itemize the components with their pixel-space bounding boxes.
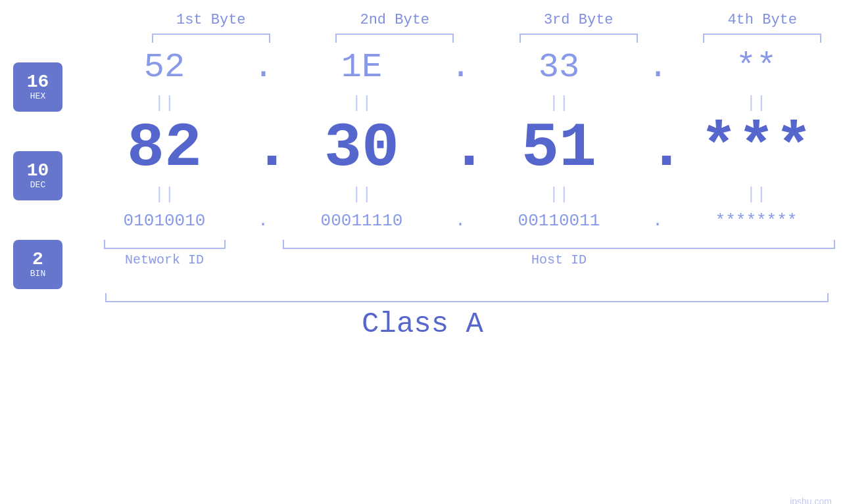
eq2-b2: || xyxy=(273,183,450,206)
network-id-section: Network ID xyxy=(76,240,253,267)
badges-column: 16 HEX 10 DEC 2 BIN xyxy=(0,43,76,289)
dec-b3: 51 xyxy=(470,114,648,183)
bin-data-row: 01010010 . 00011110 . 00110011 . *******… xyxy=(76,206,845,236)
hex-data-row: 52 . 1E . 33 . ** xyxy=(76,43,845,92)
watermark: ipshu.com xyxy=(790,496,832,504)
dec-badge-number: 10 xyxy=(27,162,49,180)
dec-dot1: . xyxy=(253,133,273,165)
bracket-shape-b2 xyxy=(335,34,454,43)
host-id-section: Host ID xyxy=(273,240,845,267)
eq2-b3: || xyxy=(470,183,648,206)
network-id-label: Network ID xyxy=(125,252,204,267)
eq1-b4: || xyxy=(667,92,845,114)
byte4-header: 4th Byte xyxy=(679,12,845,28)
eq1-b1: || xyxy=(76,92,253,114)
hex-dot3: . xyxy=(648,48,667,87)
spacer1 xyxy=(253,240,273,267)
dec-dot2: . xyxy=(450,133,470,165)
bin-badge: 2 BIN xyxy=(13,240,62,289)
hex-b2: 1E xyxy=(273,43,450,92)
bin-b4: ******** xyxy=(667,206,845,236)
network-id-bracket xyxy=(104,240,226,249)
hex-badge: 16 HEX xyxy=(13,62,62,112)
eq-row-1: || || || || xyxy=(76,92,845,114)
eq-row-2: || || || || xyxy=(76,183,845,206)
hex-b4: ** xyxy=(667,43,845,92)
hex-dot1: . xyxy=(253,48,273,87)
eq1-b3: || xyxy=(470,92,648,114)
eq1-b2: || xyxy=(273,92,450,114)
dec-badge-label: DEC xyxy=(30,180,45,190)
bin-dot1: . xyxy=(253,211,273,231)
bin-b2: 00011110 xyxy=(273,206,450,236)
outer-bracket xyxy=(105,293,829,302)
hex-badge-number: 16 xyxy=(27,73,49,91)
class-label: Class A xyxy=(0,308,845,340)
data-columns: 52 . 1E . 33 . ** || || || || 82 xyxy=(76,43,845,289)
byte2-header: 2nd Byte xyxy=(312,12,477,28)
dec-b1: 82 xyxy=(76,114,253,183)
hex-b3: 33 xyxy=(470,43,648,92)
main-grid: 16 HEX 10 DEC 2 BIN 52 . 1E . 33 . ** xyxy=(0,43,845,289)
byte1-header: 1st Byte xyxy=(128,12,294,28)
hex-badge-label: HEX xyxy=(30,91,45,101)
bin-badge-label: BIN xyxy=(30,269,45,279)
dec-badge: 10 DEC xyxy=(13,151,62,200)
top-brackets-row xyxy=(128,34,845,43)
hex-b1: 52 xyxy=(76,43,253,92)
bracket-shape-b3 xyxy=(519,34,638,43)
bracket-shape-b1 xyxy=(152,34,270,43)
bracket-b1 xyxy=(128,34,294,43)
bracket-b4 xyxy=(679,34,845,43)
outer-bracket-row xyxy=(105,293,845,302)
bracket-shape-b4 xyxy=(703,34,821,43)
byte-headers-row: 1st Byte 2nd Byte 3rd Byte 4th Byte xyxy=(128,12,845,28)
dec-dot3: . xyxy=(648,133,667,165)
bin-b1: 01010010 xyxy=(76,206,253,236)
host-id-label: Host ID xyxy=(531,252,587,267)
bin-badge-number: 2 xyxy=(32,250,43,269)
bin-dot3: . xyxy=(648,211,667,231)
hex-dot2: . xyxy=(450,48,470,87)
bracket-b3 xyxy=(496,34,662,43)
bin-dot2: . xyxy=(450,211,470,231)
dec-b2: 30 xyxy=(273,114,450,183)
byte3-header: 3rd Byte xyxy=(496,12,662,28)
bracket-b2 xyxy=(312,34,477,43)
main-layout: 1st Byte 2nd Byte 3rd Byte 4th Byte 16 xyxy=(0,12,845,504)
eq2-b4: || xyxy=(667,183,845,206)
dec-data-row: 82 . 30 . 51 . *** xyxy=(76,114,845,183)
bin-b3: 00110011 xyxy=(470,206,648,236)
eq2-b1: || xyxy=(76,183,253,206)
bottom-brackets-section: Network ID Host ID xyxy=(76,240,845,267)
host-id-bracket xyxy=(283,240,835,249)
dec-b4: *** xyxy=(667,114,845,183)
